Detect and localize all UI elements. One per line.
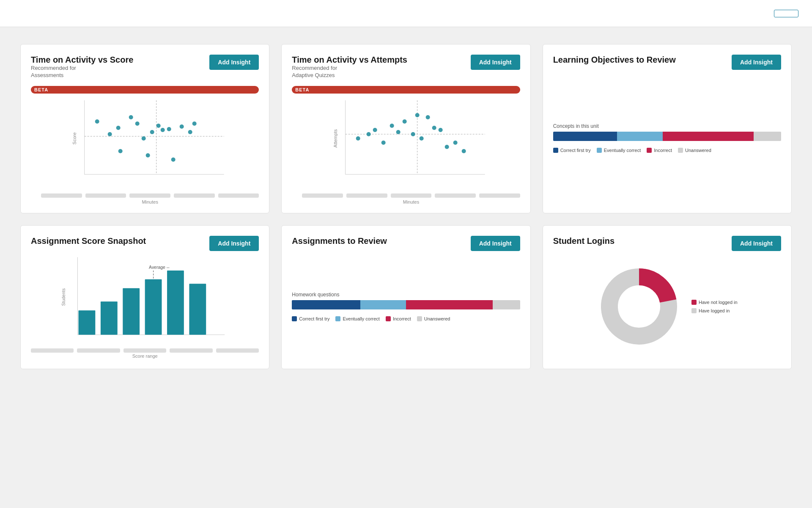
svg-rect-48 (101, 301, 118, 335)
card-assignment-score-snapshot: Assignment Score Snapshot Add Insight Av… (20, 225, 269, 369)
legend-item: Incorrect (386, 316, 411, 321)
card-time-activity-score: Time on Activity vs Score Recommended fo… (20, 44, 269, 213)
svg-point-18 (118, 149, 123, 153)
legend-label: Incorrect (654, 148, 672, 153)
main-content: Time on Activity vs Score Recommended fo… (0, 27, 812, 386)
legend-item: Correct first try (292, 316, 329, 321)
legend-label: Have not logged in (699, 300, 738, 305)
card-title: Time on Activity vs Attempts (292, 55, 407, 65)
legend-label: Unanswered (424, 316, 450, 321)
svg-point-41 (462, 149, 466, 153)
card-title: Learning Objectives to Review (553, 55, 676, 65)
stacked-bar-section: Homework questions Correct first try Eve… (292, 253, 520, 360)
legend-item: Correct first try (553, 148, 591, 153)
card-title: Assignments to Review (292, 236, 387, 246)
svg-text:Score: Score (72, 132, 77, 144)
donut-legend: Have not logged in Have logged in (691, 300, 738, 313)
x-axis-label: Score range (31, 353, 259, 359)
card-student-logins: Student Logins Add Insight Have not logg… (543, 225, 792, 369)
add-insight-button-assignment-score-snapshot[interactable]: Add Insight (209, 236, 259, 251)
add-insight-button-time-activity-score[interactable]: Add Insight (209, 55, 259, 70)
card-subtitle: Recommended forAssessments (31, 65, 133, 79)
scatter-area: Score Minutes (31, 96, 259, 204)
stacked-bar (553, 132, 781, 141)
scatter-plot: Attempts (302, 96, 520, 189)
card-header: Time on Activity vs Score Recommended fo… (31, 55, 259, 84)
close-button[interactable] (774, 10, 798, 17)
svg-point-32 (403, 119, 407, 124)
bar-label: Homework questions (292, 292, 520, 298)
svg-point-39 (453, 141, 458, 145)
svg-point-13 (161, 128, 165, 132)
svg-point-36 (432, 126, 436, 130)
svg-text:Average --: Average -- (149, 265, 170, 269)
scatter-container: Attempts Minutes (302, 96, 520, 204)
svg-point-15 (180, 124, 184, 129)
svg-point-17 (192, 121, 197, 126)
svg-point-28 (373, 128, 377, 132)
x-axis-label: Minutes (41, 199, 259, 204)
card-title: Time on Activity vs Score (31, 55, 133, 65)
svg-point-14 (167, 127, 171, 131)
svg-point-26 (356, 136, 360, 141)
legend-label: Have logged in (699, 308, 730, 313)
card-time-activity-attempts: Time on Activity vs Attempts Recommended… (281, 44, 530, 213)
legend-item: Unanswered (678, 148, 711, 153)
add-insight-button-learning-objectives[interactable]: Add Insight (732, 55, 781, 70)
card-title-group: Time on Activity vs Score Recommended fo… (31, 55, 133, 84)
bar-label: Concepts in this unit (553, 123, 781, 129)
legend-label: Correct first try (299, 316, 329, 321)
stacked-bar (292, 300, 520, 309)
x-axis-label: Minutes (302, 199, 520, 204)
svg-point-20 (171, 157, 176, 162)
scatter-plot: Score (41, 96, 259, 189)
svg-point-31 (396, 130, 401, 134)
svg-text:Students: Students (61, 288, 66, 306)
scatter-area: Attempts Minutes (292, 96, 520, 204)
svg-point-30 (390, 124, 394, 128)
svg-point-7 (116, 126, 121, 130)
svg-point-19 (146, 153, 150, 157)
card-header: Learning Objectives to Review Add Insigh… (553, 55, 781, 70)
legend-item: Unanswered (417, 316, 450, 321)
svg-point-37 (439, 128, 443, 132)
legend-item: Incorrect (647, 148, 672, 153)
svg-point-35 (426, 115, 430, 119)
svg-point-38 (445, 145, 449, 149)
card-header: Student Logins Add Insight (553, 236, 781, 251)
svg-point-8 (129, 115, 133, 119)
card-learning-objectives: Learning Objectives to Review Add Insigh… (543, 44, 792, 213)
svg-text:Attempts: Attempts (333, 129, 338, 148)
card-header: Assignments to Review Add Insight (292, 236, 520, 251)
card-subtitle: Recommended forAdaptive Quizzes (292, 65, 407, 79)
beta-badge: BETA (292, 86, 520, 94)
card-title-group: Time on Activity vs Attempts Recommended… (292, 55, 407, 84)
add-insight-button-student-logins[interactable]: Add Insight (732, 236, 781, 251)
card-title: Assignment Score Snapshot (31, 236, 146, 246)
bar-chart-wrapper: Average -- Students Score range (31, 253, 259, 360)
svg-point-34 (420, 136, 424, 141)
legend-label: Eventually correct (604, 148, 641, 153)
add-insight-button-time-activity-attempts[interactable]: Add Insight (471, 55, 520, 70)
svg-point-12 (156, 124, 161, 128)
svg-rect-52 (189, 284, 206, 334)
svg-point-10 (142, 136, 146, 141)
svg-point-16 (188, 130, 192, 134)
bar-chart-svg: Average -- Students (31, 253, 259, 346)
svg-point-11 (150, 130, 154, 134)
header (0, 0, 812, 27)
svg-rect-47 (79, 310, 96, 335)
stacked-bar-section: Concepts in this unit Correct first try … (553, 72, 781, 204)
legend-item: Have logged in (691, 308, 738, 313)
legend-item: Have not logged in (691, 300, 738, 305)
svg-point-6 (108, 132, 112, 136)
legend: Correct first try Eventually correct Inc… (553, 148, 781, 153)
svg-rect-49 (123, 288, 140, 335)
add-insight-button-assignments-to-review[interactable]: Add Insight (471, 236, 520, 251)
legend-label: Correct first try (560, 148, 591, 153)
svg-point-33 (411, 132, 415, 136)
beta-badge: BETA (31, 86, 259, 94)
svg-point-5 (95, 119, 99, 124)
donut-section: Have not logged in Have logged in (553, 253, 781, 360)
legend-label: Unanswered (685, 148, 711, 153)
